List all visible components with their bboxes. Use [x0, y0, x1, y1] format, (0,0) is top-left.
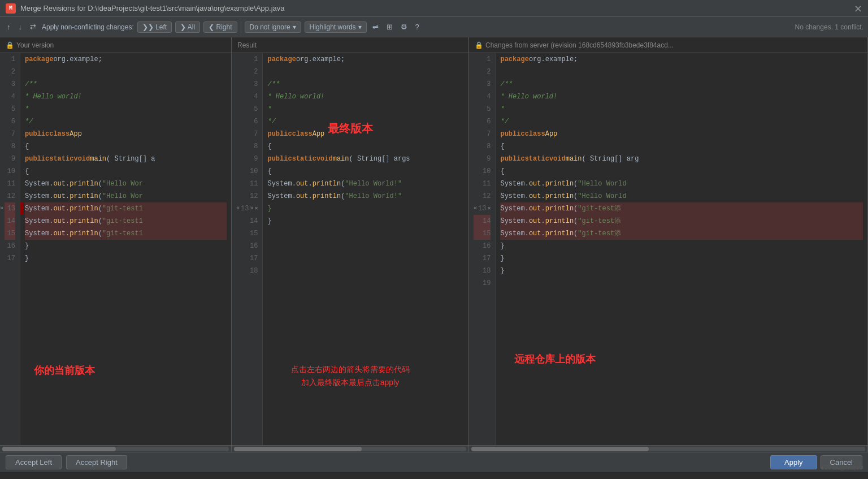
up-arrow-btn[interactable]: ↑	[5, 21, 13, 32]
center-code-area[interactable]: 12345 678910 1112 « 13 » ✕ 1415161718 pa…	[232, 53, 468, 445]
separator	[241, 21, 241, 33]
apply-non-conflicting-label: Apply non-conflicting changes:	[42, 23, 134, 31]
close-button[interactable]: ✕	[854, 3, 862, 15]
right-panel-header: 🔒 Changes from server (revision 168cd654…	[469, 37, 868, 53]
down-arrow-btn[interactable]: ↓	[16, 21, 25, 32]
left-code-area[interactable]: 12345 678910 1112 ✕ » 13 14 15 1617 pack…	[0, 53, 231, 445]
left-code-content: package org.example; /** * Hello world! …	[20, 53, 231, 445]
center-panel-header: Result	[232, 37, 469, 53]
left-line-numbers: 12345 678910 1112 ✕ » 13 14 15 1617	[0, 53, 20, 445]
titlebar: M Merge Revisions for D:\IdeaProjects\gi…	[0, 0, 868, 17]
all-btn[interactable]: ❯ All	[175, 21, 200, 33]
right-panel: 12345 678910 1112 « 13 ✕ 14 15 16171819 …	[469, 53, 868, 452]
watermark: CSDN @zenpch	[822, 464, 863, 471]
window-title: Merge Revisions for D:\IdeaProjects\git-…	[20, 4, 284, 12]
center-header-label: Result	[237, 41, 257, 49]
left-header-label: Your version	[16, 41, 54, 49]
center-line-numbers: 12345 678910 1112 « 13 » ✕ 1415161718	[232, 53, 263, 445]
accept-right-button[interactable]: Accept Right	[66, 455, 127, 469]
section-headers: 🔒 Your version Result 🔒 Changes from ser…	[0, 37, 868, 53]
center-panel: 12345 678910 1112 « 13 » ✕ 1415161718 pa…	[232, 53, 469, 452]
ignore-dropdown[interactable]: Do not ignore ▾	[245, 21, 301, 33]
swap-icon-btn[interactable]: ⇌	[370, 21, 381, 32]
right-code-content: package org.example; /** * Hello world! …	[496, 53, 867, 445]
status-label: No changes. 1 conflict.	[795, 23, 863, 31]
right-code-area[interactable]: 12345 678910 1112 « 13 ✕ 14 15 16171819 …	[469, 53, 867, 445]
help-icon-btn[interactable]: ?	[413, 21, 422, 32]
columns-icon-btn[interactable]: ⊞	[384, 21, 395, 32]
right-line-numbers: 12345 678910 1112 « 13 ✕ 14 15 16171819	[469, 53, 496, 445]
accept-left-button[interactable]: Accept Left	[6, 455, 62, 469]
apply-button[interactable]: Apply	[770, 455, 817, 469]
left-panel-header: 🔒 Your version	[0, 37, 232, 53]
lock-icon-left: 🔒	[6, 41, 14, 49]
bottom-bar: Accept Left Accept Right Apply Cancel CS…	[0, 452, 868, 472]
settings-icon-btn[interactable]: ⚙	[398, 21, 410, 32]
center-code-content: package org.example; /** * Hello world! …	[263, 53, 468, 445]
left-btn[interactable]: ❯❯ Left	[137, 21, 172, 33]
code-panels: 12345 678910 1112 ✕ » 13 14 15 1617 pack…	[0, 53, 868, 452]
toolbar: ↑ ↓ ⇄ Apply non-conflicting changes: ❯❯ …	[0, 17, 868, 37]
left-scrollbar[interactable]	[0, 445, 231, 452]
app-icon: M	[6, 3, 16, 14]
highlight-dropdown[interactable]: Highlight words ▾	[305, 21, 367, 33]
center-scrollbar[interactable]	[232, 445, 468, 452]
lock-icon-right: 🔒	[475, 41, 483, 49]
right-scrollbar[interactable]	[469, 445, 867, 452]
right-header-label: Changes from server (revision 168cd65489…	[485, 41, 674, 49]
right-btn[interactable]: ❮ Right	[203, 21, 237, 33]
merge-icon-btn[interactable]: ⇄	[28, 21, 38, 32]
left-panel: 12345 678910 1112 ✕ » 13 14 15 1617 pack…	[0, 53, 232, 452]
